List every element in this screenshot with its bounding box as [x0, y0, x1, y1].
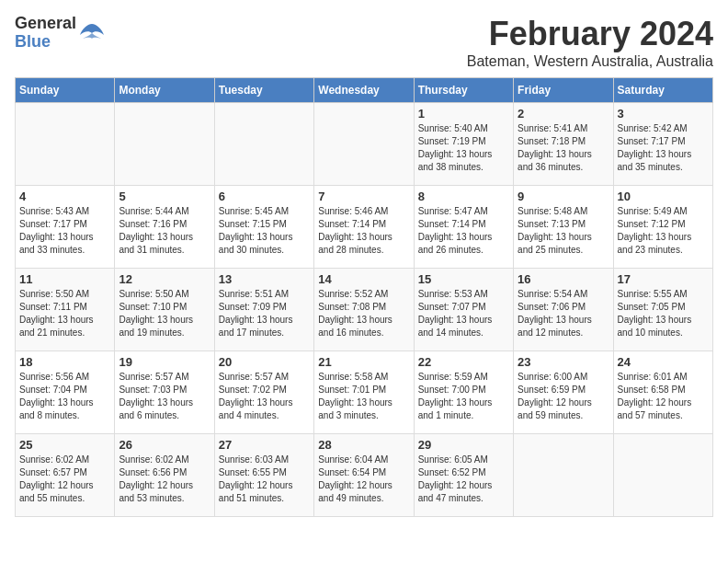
day-number: 7	[318, 190, 409, 203]
day-number: 10	[618, 190, 709, 203]
calendar-cell	[314, 103, 414, 186]
day-number: 27	[219, 438, 310, 452]
calendar-cell: 4Sunrise: 5:43 AMSunset: 7:17 PMDaylight…	[16, 186, 115, 269]
day-info: Sunrise: 5:54 AMSunset: 7:06 PMDaylight:…	[518, 288, 609, 339]
day-info: Sunrise: 6:01 AMSunset: 6:58 PMDaylight:…	[618, 371, 709, 422]
day-number: 8	[418, 190, 509, 203]
calendar-table: SundayMondayTuesdayWednesdayThursdayFrid…	[15, 77, 713, 517]
day-number: 26	[119, 438, 210, 452]
weekday-header-sunday: Sunday	[16, 78, 115, 103]
calendar-cell: 13Sunrise: 5:51 AMSunset: 7:09 PMDayligh…	[214, 269, 313, 351]
day-info: Sunrise: 5:57 AMSunset: 7:03 PMDaylight:…	[119, 371, 210, 422]
calendar-cell	[16, 103, 115, 186]
day-info: Sunrise: 6:02 AMSunset: 6:56 PMDaylight:…	[119, 454, 210, 505]
day-number: 1	[418, 107, 509, 121]
calendar-cell: 7Sunrise: 5:46 AMSunset: 7:14 PMDaylight…	[314, 186, 414, 269]
day-info: Sunrise: 6:03 AMSunset: 6:55 PMDaylight:…	[219, 454, 310, 505]
day-number: 4	[19, 190, 110, 203]
day-number: 6	[219, 190, 310, 203]
day-info: Sunrise: 6:02 AMSunset: 6:57 PMDaylight:…	[19, 454, 110, 505]
day-number: 17	[618, 272, 709, 286]
calendar-cell: 10Sunrise: 5:49 AMSunset: 7:12 PMDayligh…	[613, 186, 712, 269]
calendar-week-row: 11Sunrise: 5:50 AMSunset: 7:11 PMDayligh…	[16, 269, 713, 351]
calendar-cell	[115, 103, 214, 186]
calendar-week-row: 1Sunrise: 5:40 AMSunset: 7:19 PMDaylight…	[16, 103, 713, 186]
day-info: Sunrise: 5:44 AMSunset: 7:16 PMDaylight:…	[119, 205, 210, 257]
day-number: 23	[518, 355, 609, 369]
calendar-cell	[514, 434, 613, 517]
day-info: Sunrise: 5:58 AMSunset: 7:01 PMDaylight:…	[318, 371, 409, 422]
day-number: 19	[119, 355, 210, 369]
calendar-cell: 20Sunrise: 5:57 AMSunset: 7:02 PMDayligh…	[214, 351, 313, 434]
title-section: February 2024 Bateman, Western Australia…	[467, 15, 713, 70]
day-info: Sunrise: 5:48 AMSunset: 7:13 PMDaylight:…	[518, 205, 609, 257]
day-number: 29	[418, 438, 509, 452]
calendar-cell: 28Sunrise: 6:04 AMSunset: 6:54 PMDayligh…	[314, 434, 414, 517]
calendar-week-row: 18Sunrise: 5:56 AMSunset: 7:04 PMDayligh…	[16, 351, 713, 434]
weekday-header-thursday: Thursday	[414, 78, 513, 103]
day-info: Sunrise: 5:55 AMSunset: 7:05 PMDaylight:…	[618, 288, 709, 339]
day-number: 11	[19, 272, 110, 286]
day-number: 20	[219, 355, 310, 369]
weekday-header-saturday: Saturday	[613, 78, 712, 103]
day-number: 24	[618, 355, 709, 369]
calendar-cell: 18Sunrise: 5:56 AMSunset: 7:04 PMDayligh…	[16, 351, 115, 434]
calendar-cell: 2Sunrise: 5:41 AMSunset: 7:18 PMDaylight…	[514, 103, 613, 186]
calendar-cell: 19Sunrise: 5:57 AMSunset: 7:03 PMDayligh…	[115, 351, 214, 434]
day-number: 22	[418, 355, 509, 369]
calendar-cell: 1Sunrise: 5:40 AMSunset: 7:19 PMDaylight…	[414, 103, 513, 186]
calendar-cell: 23Sunrise: 6:00 AMSunset: 6:59 PMDayligh…	[514, 351, 613, 434]
day-info: Sunrise: 5:51 AMSunset: 7:09 PMDaylight:…	[219, 288, 310, 339]
logo: General Blue	[15, 15, 106, 52]
calendar-cell: 14Sunrise: 5:52 AMSunset: 7:08 PMDayligh…	[314, 269, 414, 351]
day-info: Sunrise: 5:59 AMSunset: 7:00 PMDaylight:…	[418, 371, 509, 422]
day-number: 2	[518, 107, 609, 121]
calendar-cell: 22Sunrise: 5:59 AMSunset: 7:00 PMDayligh…	[414, 351, 513, 434]
day-info: Sunrise: 6:04 AMSunset: 6:54 PMDaylight:…	[318, 454, 409, 505]
day-number: 21	[318, 355, 409, 369]
calendar-cell: 26Sunrise: 6:02 AMSunset: 6:56 PMDayligh…	[115, 434, 214, 517]
day-number: 16	[518, 272, 609, 286]
day-info: Sunrise: 5:41 AMSunset: 7:18 PMDaylight:…	[518, 122, 609, 174]
calendar-cell: 17Sunrise: 5:55 AMSunset: 7:05 PMDayligh…	[613, 269, 712, 351]
calendar-cell: 21Sunrise: 5:58 AMSunset: 7:01 PMDayligh…	[314, 351, 414, 434]
logo-bird-icon	[78, 22, 106, 44]
day-number: 12	[119, 272, 210, 286]
day-number: 28	[318, 438, 409, 452]
day-info: Sunrise: 5:49 AMSunset: 7:12 PMDaylight:…	[618, 205, 709, 257]
day-info: Sunrise: 5:40 AMSunset: 7:19 PMDaylight:…	[418, 122, 509, 174]
calendar-cell: 12Sunrise: 5:50 AMSunset: 7:10 PMDayligh…	[115, 269, 214, 351]
day-number: 5	[119, 190, 210, 203]
calendar-cell: 9Sunrise: 5:48 AMSunset: 7:13 PMDaylight…	[514, 186, 613, 269]
calendar-cell: 27Sunrise: 6:03 AMSunset: 6:55 PMDayligh…	[214, 434, 313, 517]
weekday-header-friday: Friday	[514, 78, 613, 103]
day-info: Sunrise: 5:50 AMSunset: 7:10 PMDaylight:…	[119, 288, 210, 339]
day-info: Sunrise: 5:53 AMSunset: 7:07 PMDaylight:…	[418, 288, 509, 339]
weekday-header-wednesday: Wednesday	[314, 78, 414, 103]
day-info: Sunrise: 5:52 AMSunset: 7:08 PMDaylight:…	[318, 288, 409, 339]
calendar-cell: 6Sunrise: 5:45 AMSunset: 7:15 PMDaylight…	[214, 186, 313, 269]
weekday-header-row: SundayMondayTuesdayWednesdayThursdayFrid…	[16, 78, 713, 103]
calendar-cell: 15Sunrise: 5:53 AMSunset: 7:07 PMDayligh…	[414, 269, 513, 351]
day-number: 3	[618, 107, 709, 121]
day-number: 15	[418, 272, 509, 286]
day-number: 9	[518, 190, 609, 203]
day-info: Sunrise: 5:57 AMSunset: 7:02 PMDaylight:…	[219, 371, 310, 422]
day-number: 13	[219, 272, 310, 286]
day-info: Sunrise: 6:00 AMSunset: 6:59 PMDaylight:…	[518, 371, 609, 422]
day-number: 25	[19, 438, 110, 452]
calendar-cell: 5Sunrise: 5:44 AMSunset: 7:16 PMDaylight…	[115, 186, 214, 269]
day-info: Sunrise: 5:42 AMSunset: 7:17 PMDaylight:…	[618, 122, 709, 174]
logo-general: General	[15, 15, 76, 33]
month-year-title: February 2024	[467, 15, 713, 53]
day-info: Sunrise: 5:43 AMSunset: 7:17 PMDaylight:…	[19, 205, 110, 257]
calendar-cell: 25Sunrise: 6:02 AMSunset: 6:57 PMDayligh…	[16, 434, 115, 517]
day-info: Sunrise: 5:47 AMSunset: 7:14 PMDaylight:…	[418, 205, 509, 257]
weekday-header-tuesday: Tuesday	[214, 78, 313, 103]
day-info: Sunrise: 5:56 AMSunset: 7:04 PMDaylight:…	[19, 371, 110, 422]
calendar-cell: 24Sunrise: 6:01 AMSunset: 6:58 PMDayligh…	[613, 351, 712, 434]
day-info: Sunrise: 5:50 AMSunset: 7:11 PMDaylight:…	[19, 288, 110, 339]
location-subtitle: Bateman, Western Australia, Australia	[467, 53, 713, 70]
day-number: 18	[19, 355, 110, 369]
header: General Blue February 2024 Bateman, West…	[15, 15, 713, 70]
